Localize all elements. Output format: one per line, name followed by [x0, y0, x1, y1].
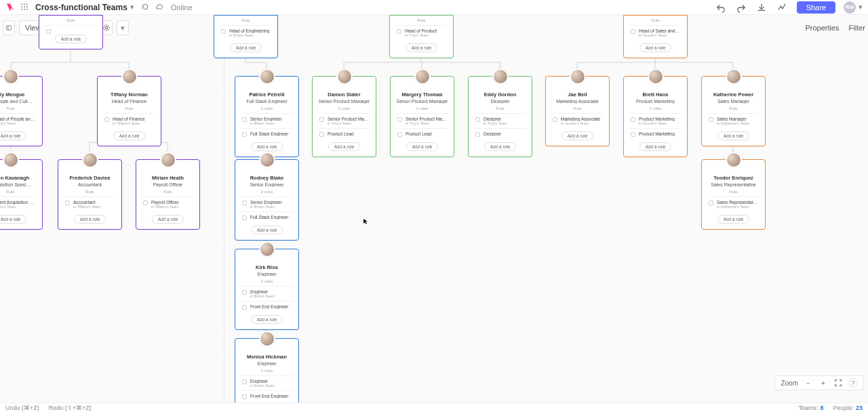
add-role-button[interactable]: Add a role — [717, 131, 750, 140]
role-checkbox[interactable] — [709, 117, 713, 122]
role-checkbox[interactable] — [242, 132, 247, 137]
add-role-button[interactable]: Add a role — [74, 215, 106, 224]
add-role-button[interactable]: Add a role — [0, 215, 26, 224]
org-card[interactable]: Katherine Power Sales Manager Role Sales… — [701, 76, 766, 146]
add-role-button[interactable]: Add a role — [230, 43, 262, 52]
card-role-row[interactable]: Front End Engineer — [241, 390, 293, 401]
add-role-button[interactable]: Add a role — [251, 315, 283, 324]
org-card[interactable]: Margery Thomas Senior Product Manager 2 … — [390, 76, 454, 157]
role-checkbox[interactable] — [242, 215, 247, 220]
add-role-button[interactable]: Add a role — [561, 131, 594, 140]
org-card[interactable]: Rodney Blake Senior Engineer 2 roles Sen… — [235, 159, 299, 241]
role-checkbox[interactable] — [319, 132, 324, 137]
zoom-in-button[interactable]: + — [818, 378, 828, 388]
org-card-parent[interactable]: Role Head of Sales and Marketing in Grov… — [623, 15, 688, 58]
org-card[interactable]: Frederick Davies Accountant Role Account… — [58, 159, 122, 230]
redo-icon[interactable] — [736, 2, 747, 13]
card-role-row[interactable]: Designer — [474, 128, 526, 139]
undo-hint[interactable]: Undo (⌘+Z) — [5, 405, 39, 411]
card-role-row[interactable]: Head of Sales and Marketing in Grover's … — [629, 25, 682, 40]
org-card-parent[interactable]: Role Head of Engineering in Brita's Team… — [214, 15, 278, 58]
card-role-row[interactable]: Head of Product in Troy's Team — [395, 25, 448, 40]
card-role-row[interactable]: Product Lead — [396, 128, 448, 139]
card-role-row[interactable]: Accountant in Tiffany's Team — [64, 197, 116, 211]
apps-grid-icon[interactable] — [20, 3, 30, 12]
card-role-row[interactable]: Sales Representative in Katherine's Team — [707, 197, 760, 211]
org-card[interactable]: Patrice Petrelli Full Stack Engineer 2 r… — [235, 76, 299, 157]
card-role-row[interactable]: Senior Engineer in Brita's Team — [241, 113, 293, 128]
card-role-row[interactable]: Product Marketing in Grover's Team — [629, 113, 682, 128]
add-role-button[interactable]: Add a role — [639, 142, 672, 151]
help-button[interactable]: ? — [848, 378, 858, 388]
role-checkbox[interactable] — [46, 29, 51, 34]
role-checkbox[interactable] — [65, 201, 70, 205]
add-role-button[interactable]: Add a role — [406, 142, 439, 151]
org-card[interactable]: phen Kavanagh Acquisition Speci… Role Ta… — [0, 159, 43, 230]
role-checkbox[interactable] — [397, 132, 402, 137]
role-checkbox[interactable] — [143, 201, 148, 205]
add-role-button[interactable]: Add a role — [717, 215, 750, 224]
card-role-row[interactable]: Payroll Officer in Tiffany's Team — [142, 197, 194, 211]
card-role-row[interactable]: Engineer in Brita's Team — [241, 286, 293, 301]
role-checkbox[interactable] — [242, 305, 247, 310]
user-menu-caret-icon[interactable]: ▾ — [859, 3, 863, 12]
role-checkbox[interactable] — [631, 132, 635, 137]
role-checkbox[interactable] — [553, 117, 557, 122]
card-role-row[interactable]: Head of Engineering in Brita's Team — [220, 25, 272, 40]
undo-icon[interactable] — [715, 2, 726, 13]
role-checkbox[interactable] — [631, 117, 635, 122]
org-card[interactable]: Kirk Rios Engineer 2 roles Engineer in B… — [235, 249, 299, 330]
role-checkbox[interactable] — [242, 290, 247, 295]
org-card[interactable]: Tiffany Norman Head of Finance Role Head… — [97, 76, 161, 146]
add-role-button[interactable]: Add a role — [251, 226, 283, 234]
role-checkbox[interactable] — [242, 394, 247, 399]
org-card[interactable]: Damon Slater Senior Product Manager 2 ro… — [312, 76, 376, 157]
add-role-button[interactable]: Add a role — [152, 215, 184, 224]
role-checkbox[interactable] — [242, 379, 247, 384]
add-role-button[interactable]: Add a role — [113, 131, 146, 140]
add-role-button[interactable]: Add a role — [251, 142, 283, 151]
org-card[interactable]: Cly Mengue of People and Cult… Role Head… — [0, 76, 43, 146]
card-role-row[interactable]: Head of People and Culture in Cly's Team — [0, 113, 37, 128]
org-card-parent[interactable]: Role Head of Product in Troy's Team Add … — [389, 15, 454, 58]
org-card[interactable]: Eddy Gordon Designer Role Designer in Tr… — [468, 76, 532, 157]
add-role-button[interactable]: Add a role — [639, 43, 672, 52]
role-checkbox[interactable] — [242, 117, 247, 122]
card-role-row[interactable]: Senior Product Manager in Troy's Team — [396, 113, 448, 128]
card-role-row[interactable] — [45, 25, 97, 31]
card-role-row[interactable]: Senior Engineer in Brita's Team — [241, 197, 293, 211]
card-role-row[interactable]: Talent Acquisition Specialist in Cly's T… — [0, 197, 37, 211]
role-checkbox[interactable] — [397, 117, 402, 122]
card-role-row[interactable]: Marketing Associate in Grover's Team — [551, 113, 604, 128]
card-role-row[interactable]: Sales Manager in Katherine's Team — [707, 113, 760, 128]
org-card[interactable]: Miriam Heath Payroll Officer Role Payrol… — [136, 159, 200, 230]
role-checkbox[interactable] — [104, 117, 109, 122]
user-avatar[interactable]: RM — [844, 1, 856, 14]
card-role-row[interactable]: Product Marketing — [629, 128, 682, 139]
role-checkbox[interactable] — [475, 117, 480, 122]
redo-hint[interactable]: Redo (⇧+⌘+Z) — [49, 405, 92, 411]
org-chart-canvas[interactable]: Role Add a role Role Head of Engineering… — [0, 15, 868, 403]
role-checkbox[interactable] — [397, 29, 401, 34]
role-checkbox[interactable] — [221, 29, 226, 34]
role-checkbox[interactable] — [709, 201, 713, 205]
share-button[interactable]: Share — [797, 1, 835, 14]
activity-icon[interactable] — [776, 2, 787, 13]
card-role-row[interactable]: Engineer in Brita's Team — [241, 375, 293, 390]
org-card[interactable]: Monica Hickman Engineer 2 roles Engineer… — [235, 338, 299, 412]
org-card[interactable]: Brett Hans Product Marketing 2 roles Pro… — [623, 76, 688, 157]
card-role-row[interactable]: Full Stack Engineer — [241, 211, 293, 222]
role-checkbox[interactable] — [319, 117, 324, 122]
card-role-row[interactable]: Product Lead — [318, 128, 370, 139]
org-card[interactable]: Teodor Enriquez Sales Representative Rol… — [701, 159, 766, 230]
card-role-row[interactable]: Front End Engineer — [241, 301, 293, 312]
add-role-button[interactable]: Add a role — [484, 142, 517, 151]
card-role-row[interactable]: Head of Finance in Tiffany's Team — [103, 113, 155, 128]
doc-title[interactable]: Cross-functional Teams — [35, 3, 127, 12]
history-icon[interactable] — [141, 3, 151, 12]
add-role-button[interactable]: Add a role — [55, 35, 87, 43]
role-checkbox[interactable] — [475, 132, 480, 137]
add-role-button[interactable]: Add a role — [406, 43, 438, 52]
role-checkbox[interactable] — [242, 201, 247, 205]
download-icon[interactable] — [756, 2, 767, 13]
